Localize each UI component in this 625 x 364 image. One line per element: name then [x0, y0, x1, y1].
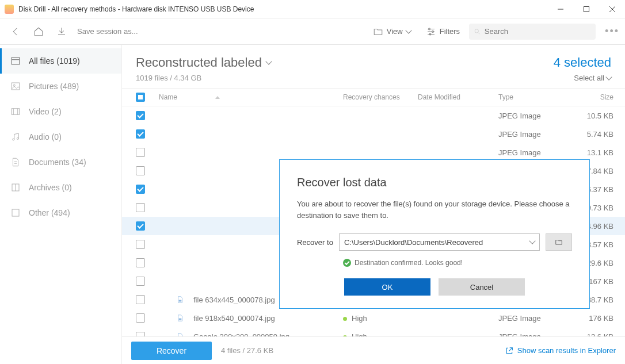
row-checkbox[interactable] [136, 240, 145, 249]
cancel-button[interactable]: Cancel [439, 278, 525, 296]
sidebar-item-pictures[interactable]: Pictures (489) [0, 74, 121, 99]
file-icon [176, 332, 184, 336]
search-input[interactable] [485, 27, 591, 36]
file-size: 13.6 KB [567, 332, 625, 337]
minimize-button[interactable] [547, 0, 573, 18]
home-button[interactable] [29, 22, 48, 41]
main-panel: Reconstructed labeled 1019 files / 4.34 … [122, 45, 625, 364]
close-button[interactable] [599, 0, 625, 18]
sidebar-label: Other (494) [29, 208, 70, 217]
file-icon [176, 295, 184, 304]
recover-to-label: Recover to [297, 238, 333, 247]
file-type: JPEG Image [498, 314, 567, 323]
selection-summary: 4 files / 27.6 KB [221, 346, 496, 355]
select-all-button[interactable]: Select all [554, 74, 611, 82]
back-button[interactable] [6, 22, 25, 41]
filters-button[interactable]: Filters [420, 26, 466, 37]
sidebar-label: Documents (34) [29, 158, 86, 167]
row-checkbox[interactable] [136, 111, 145, 120]
table-row[interactable]: JPEG Image10.5 KB [122, 106, 625, 125]
row-checkbox[interactable] [136, 166, 145, 175]
destination-path: C:\Users\Ducklord\Documents\Recovered [344, 238, 483, 247]
file-size: 10.5 KB [567, 112, 625, 120]
recover-dialog: Recover lost data You are about to recov… [279, 159, 590, 309]
file-type: JPEG Image [498, 130, 567, 139]
browse-folder-button[interactable] [546, 233, 572, 251]
svg-rect-25 [12, 209, 19, 216]
row-checkbox[interactable] [136, 203, 145, 212]
svg-point-19 [13, 139, 14, 140]
search-box[interactable] [469, 24, 596, 40]
sidebar-item-documents[interactable]: Documents (34) [0, 150, 121, 175]
file-size: 5.74 KB [567, 130, 625, 139]
sidebar-item-other[interactable]: Other (494) [0, 200, 121, 225]
row-checkbox[interactable] [136, 313, 145, 323]
dialog-title: Recover lost data [297, 176, 572, 189]
col-size[interactable]: Size [567, 93, 625, 101]
window-controls [547, 0, 625, 18]
row-checkbox[interactable] [136, 129, 145, 139]
dialog-body: You are about to recover the file(s) fou… [297, 198, 572, 221]
row-checkbox[interactable] [136, 185, 145, 194]
save-session-icon[interactable] [52, 22, 71, 41]
table-row[interactable]: JPEG Image5.74 KB [122, 125, 625, 143]
svg-rect-12 [12, 58, 20, 64]
col-name[interactable]: Name [152, 93, 343, 101]
file-name: file 634x445_000078.jpg [193, 296, 275, 304]
sidebar-item-audio[interactable]: Audio (0) [0, 124, 121, 150]
check-circle-icon [343, 259, 351, 267]
ok-button[interactable]: OK [344, 278, 430, 296]
col-recovery[interactable]: Recovery chances [343, 93, 418, 101]
show-in-explorer-link[interactable]: Show scan results in Explorer [505, 346, 616, 355]
svg-line-30 [509, 347, 512, 351]
row-checkbox[interactable] [136, 221, 145, 231]
table-row[interactable]: file 918x540_000074.jpgHighJPEG Image176… [122, 309, 625, 327]
svg-point-20 [17, 138, 18, 140]
sidebar: All files (1019) Pictures (489) Video (2… [0, 45, 122, 364]
save-session-label[interactable]: Save session as... [77, 27, 138, 36]
sidebar-item-archives[interactable]: Archives (0) [0, 175, 121, 200]
header-checkbox[interactable] [136, 93, 145, 102]
row-checkbox[interactable] [136, 332, 145, 336]
row-checkbox[interactable] [136, 295, 145, 304]
recovery-chance: High [352, 332, 367, 337]
col-date[interactable]: Date Modified [418, 93, 498, 101]
recover-button[interactable]: Recover [131, 342, 212, 360]
search-icon [474, 28, 481, 36]
chevron-down-icon [605, 74, 612, 80]
titlebar: Disk Drill - All recovery methods - Hard… [0, 0, 625, 18]
folder-icon [554, 238, 563, 246]
sidebar-item-all-files[interactable]: All files (1019) [0, 48, 121, 74]
more-menu[interactable]: ••• [605, 25, 619, 37]
row-checkbox[interactable] [136, 148, 145, 157]
file-name: Google 300x200_000059.jpg [193, 332, 289, 337]
table-header: Name Recovery chances Date Modified Type… [122, 88, 625, 106]
row-checkbox[interactable] [136, 277, 145, 286]
toolbar: Save session as... View Filters ••• [0, 18, 625, 45]
app-icon [5, 5, 14, 14]
svg-rect-16 [12, 109, 20, 115]
row-checkbox[interactable] [136, 258, 145, 267]
sidebar-label: Pictures (489) [29, 82, 79, 91]
svg-rect-1 [584, 6, 589, 12]
selected-count: 4 selected [554, 55, 611, 70]
sidebar-label: All files (1019) [29, 56, 80, 66]
folder-icon [373, 26, 383, 37]
file-type: JPEG Image [498, 112, 567, 120]
view-dropdown[interactable]: View [367, 26, 417, 37]
col-type[interactable]: Type [498, 93, 567, 101]
filters-label: Filters [440, 27, 460, 36]
maximize-button[interactable] [573, 0, 599, 18]
window-title: Disk Drill - All recovery methods - Hard… [18, 5, 547, 13]
view-label: View [387, 27, 403, 36]
sidebar-item-video[interactable]: Video (2) [0, 99, 121, 124]
filters-icon [426, 26, 436, 37]
recovery-chance: High [352, 314, 367, 323]
file-size: 13.1 KB [567, 148, 625, 157]
table-row[interactable]: Google 300x200_000059.jpgHighJPEG Image1… [122, 327, 625, 336]
destination-dropdown[interactable]: C:\Users\Ducklord\Documents\Recovered [339, 233, 540, 251]
svg-rect-26 [179, 300, 182, 302]
section-dropdown[interactable]: Reconstructed labeled [136, 55, 271, 70]
chevron-down-icon [529, 237, 535, 244]
sidebar-label: Video (2) [29, 107, 62, 116]
